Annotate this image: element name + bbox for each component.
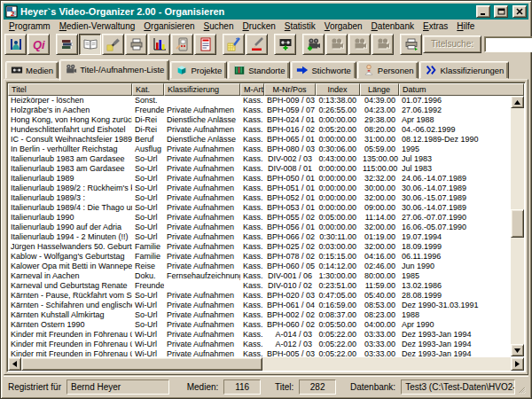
cell-kat: Di-Rei: [132, 115, 164, 125]
search-button[interactable]: [102, 34, 124, 55]
tab-klassifizierungen[interactable]: Klassifizierungen: [419, 61, 509, 79]
table-row[interactable]: Italienurlaub 1983 am Gardasee So-Url Pr…: [8, 164, 511, 174]
table-row[interactable]: In Berlin - verhüllter Reichstag Ausflug…: [8, 145, 511, 154]
cell-laenge: 11:14.00: [360, 213, 399, 223]
exit-button[interactable]: [4, 34, 27, 55]
menu-item[interactable]: Statistik: [280, 20, 320, 32]
table-row[interactable]: Kablow - Wolfgang's Geburtstag Familie P…: [8, 252, 511, 262]
tab-personen[interactable]: Personen: [357, 61, 419, 79]
cell-laenge: 08:23.00: [360, 310, 399, 320]
edit-grid-button[interactable]: [223, 34, 245, 55]
cell-m-art: Kass.: [240, 106, 264, 115]
print-button[interactable]: [125, 34, 147, 55]
new-medium-button[interactable]: [274, 34, 296, 55]
print-list-button[interactable]: [400, 34, 422, 55]
maximize-button[interactable]: [494, 5, 508, 18]
new-title-button[interactable]: [302, 34, 325, 55]
menu-item[interactable]: Organisieren: [139, 20, 199, 32]
table-row[interactable]: Italienurlaub 1989/4 : Die Thago und ...…: [8, 203, 511, 213]
column-header-laenge[interactable]: Länge: [360, 83, 399, 96]
mark-red-button[interactable]: [246, 34, 268, 55]
table-row[interactable]: Hundeschlittenfahrt und Eishotel Di-Rei …: [8, 125, 511, 135]
table-row[interactable]: Italienurlaub 1989 So-Url Private Aufnah…: [8, 174, 511, 184]
grid-main: Heizkörper - löschen Sonst. Kass. BPH-00…: [8, 96, 524, 356]
cell-datum: Jul 1983: [399, 154, 511, 164]
scroll-right-button[interactable]: [511, 357, 524, 371]
table-row[interactable]: Kärnten - Schifahren und englische F... …: [8, 301, 511, 310]
books-icon: [60, 37, 74, 51]
table-row[interactable]: IC - Consult Weihnachtsfeier 1989 u.a...…: [8, 135, 511, 145]
minimize-button[interactable]: [476, 5, 490, 18]
tab-medien[interactable]: Medien: [5, 61, 59, 79]
title-search-input[interactable]: [484, 36, 532, 52]
cell-index: 0:14:12.00: [316, 262, 360, 271]
close-button[interactable]: [512, 5, 527, 18]
resize-grip[interactable]: [519, 386, 526, 395]
organize-button[interactable]: [79, 34, 101, 55]
tape-add-icon: [278, 37, 293, 51]
column-header-m-nr-pos[interactable]: M-Nr/Pos: [264, 83, 316, 96]
cell-klassifizierung: Private Aufnahmen: [164, 232, 240, 242]
table-row[interactable]: Italienurlaub 1990 auf der Adria So-Url …: [8, 223, 511, 232]
column-header-m-art[interactable]: M-Art: [240, 83, 264, 96]
table-row[interactable]: Italienurlaub 1989/3 : So-Url Private Au…: [8, 193, 511, 203]
column-header-datum[interactable]: Datum: [399, 83, 524, 96]
menu-item[interactable]: Vorgaben: [320, 20, 367, 32]
table-row[interactable]: Italienurlaub 1983 am Gardasee So-Url Pr…: [8, 154, 511, 164]
table-row[interactable]: Karneval in Aachen Doku. Fernsehaufzeich…: [8, 271, 511, 281]
vertical-scroll-thumb[interactable]: [511, 209, 524, 238]
cell-m-nr-pos: BPH-025 / 02: [264, 242, 316, 252]
scroll-left-button[interactable]: [8, 357, 21, 371]
column-header-kat[interactable]: Kat.: [132, 83, 164, 96]
menu-item[interactable]: Programm: [4, 20, 55, 32]
scroll-up-button[interactable]: [511, 96, 524, 108]
table-row[interactable]: Kärnten Ostern 1990 So-Url Private Aufna…: [8, 320, 511, 330]
column-header-klassifizierung[interactable]: Klassifizierung: [164, 83, 240, 96]
title-bar: 2 Heyer`s Video-Organizer 2.00 - Organis…: [4, 4, 528, 20]
menu-item[interactable]: Medien-Verwaltung: [55, 20, 140, 32]
maximize-icon: [497, 8, 505, 15]
printer-small-icon: [404, 37, 419, 51]
table-row[interactable]: Holzgräbe's in Aachen Freunde Private Au…: [8, 106, 511, 115]
tab-projekte[interactable]: Projekte: [170, 61, 227, 79]
table-row[interactable]: Hong Kong, von Hong Kong zurück n... Di-…: [8, 115, 511, 125]
horizontal-scroll-thumb[interactable]: [21, 357, 262, 371]
table-row[interactable]: Italienurlaub 1990 So-Url Private Aufnah…: [8, 213, 511, 223]
defaults-button[interactable]: [171, 34, 193, 55]
cell-m-art: Kass.: [240, 213, 264, 223]
column-header-index[interactable]: Index: [316, 83, 360, 96]
cell-m-nr-pos: BPH-051 / 01: [264, 184, 316, 193]
cell-titel: Karneval in Aachen: [8, 271, 132, 281]
list-form-button[interactable]: [194, 34, 216, 55]
table-row[interactable]: Jürgen Hasselwanders 50. Geburtsta... Fa…: [8, 242, 511, 252]
menu-item[interactable]: Hilfe: [452, 20, 479, 32]
cell-index: 0:05:20.00: [316, 125, 360, 135]
table-row[interactable]: Kinder mit Freunden in Föhrenau über... …: [8, 340, 511, 349]
menu-item[interactable]: Datenbank: [367, 20, 419, 32]
tab-stichworte[interactable]: Stichworte: [291, 61, 356, 79]
media-management-button[interactable]: [56, 34, 78, 55]
scroll-down-button[interactable]: [511, 344, 524, 356]
cell-m-art: Kass.: [240, 125, 264, 135]
menu-item[interactable]: Drucken: [239, 20, 280, 32]
shelf-icon: [233, 64, 246, 76]
column-header-titel[interactable]: Titel: [8, 83, 132, 96]
table-row[interactable]: Heizkörper - löschen Sonst. Kass. BPH-00…: [8, 96, 511, 106]
vertical-scrollbar[interactable]: [511, 96, 524, 356]
table-row[interactable]: Kinder mit Freunden in Föhrenau über... …: [8, 349, 511, 356]
table-row[interactable]: Kärnten Kuhstall Almkirtag So-Url Privat…: [8, 310, 511, 320]
quickinfo-button[interactable]: Qi: [27, 34, 50, 55]
menu-item[interactable]: Suchen: [200, 20, 239, 32]
statistics-button[interactable]: [148, 34, 170, 55]
table-row[interactable]: Kalower Opa mit Betti in Wanneperwen Rei…: [8, 262, 511, 271]
table-row[interactable]: Karneval und Geburtstag Renate Freunde K…: [8, 281, 511, 291]
table-row[interactable]: Italienurlaub 1989/2 : Rückheim's kom...…: [8, 184, 511, 193]
menu-item[interactable]: Extras: [419, 20, 452, 32]
table-row[interactable]: Italienurlaub 1994 - 2 Minuten (!!) So-U…: [8, 232, 511, 242]
horizontal-scrollbar[interactable]: [8, 357, 524, 371]
tab-titel-aufnahmen-liste[interactable]: Titel-/Aufnahmen-Liste: [59, 59, 169, 81]
tab-standorte[interactable]: Standorte: [228, 61, 290, 79]
cell-klassifizierung: [164, 281, 240, 291]
table-row[interactable]: Kärnten - Pause, Rückfahrt vom Som... So…: [8, 291, 511, 301]
table-row[interactable]: Kinder mit Freunden in Föhrenau über... …: [8, 330, 511, 340]
